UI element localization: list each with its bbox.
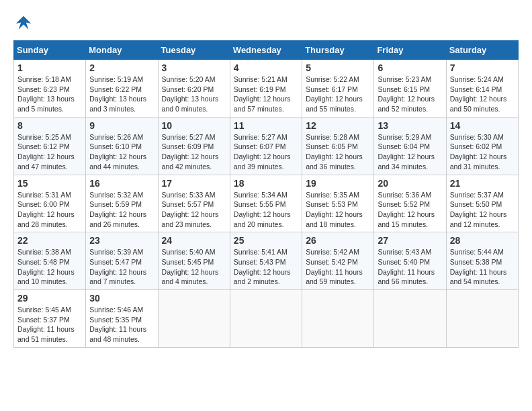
day-header-sunday: Sunday	[14, 41, 86, 60]
day-header-monday: Monday	[86, 41, 158, 60]
day-header-tuesday: Tuesday	[158, 41, 230, 60]
calendar-cell	[446, 290, 518, 348]
day-number: 19	[306, 178, 370, 189]
calendar-cell: 11Sunrise: 5:27 AM Sunset: 6:07 PM Dayli…	[230, 117, 302, 175]
day-number: 7	[450, 62, 515, 73]
calendar-cell: 19Sunrise: 5:35 AM Sunset: 5:53 PM Dayli…	[302, 175, 374, 232]
calendar-cell: 22Sunrise: 5:38 AM Sunset: 5:48 PM Dayli…	[14, 232, 86, 290]
day-number: 29	[17, 293, 82, 304]
day-number: 21	[450, 178, 515, 189]
calendar-table: SundayMondayTuesdayWednesdayThursdayFrid…	[13, 40, 519, 348]
calendar-cell: 4Sunrise: 5:21 AM Sunset: 6:19 PM Daylig…	[230, 60, 302, 118]
calendar-cell: 6Sunrise: 5:23 AM Sunset: 6:15 PM Daylig…	[374, 60, 446, 118]
day-number: 8	[17, 120, 82, 131]
calendar-cell: 7Sunrise: 5:24 AM Sunset: 6:14 PM Daylig…	[446, 60, 518, 118]
calendar-cell: 21Sunrise: 5:37 AM Sunset: 5:50 PM Dayli…	[446, 175, 518, 232]
day-number: 16	[89, 178, 154, 189]
day-info: Sunrise: 5:44 AM Sunset: 5:38 PM Dayligh…	[450, 247, 515, 287]
day-info: Sunrise: 5:30 AM Sunset: 6:02 PM Dayligh…	[450, 132, 515, 172]
calendar-cell: 2Sunrise: 5:19 AM Sunset: 6:22 PM Daylig…	[86, 60, 158, 118]
calendar-cell: 28Sunrise: 5:44 AM Sunset: 5:38 PM Dayli…	[446, 232, 518, 290]
calendar-cell: 20Sunrise: 5:36 AM Sunset: 5:52 PM Dayli…	[374, 175, 446, 232]
calendar-cell: 25Sunrise: 5:41 AM Sunset: 5:43 PM Dayli…	[230, 232, 302, 290]
calendar-cell: 15Sunrise: 5:31 AM Sunset: 6:00 PM Dayli…	[14, 175, 86, 232]
calendar-cell: 23Sunrise: 5:39 AM Sunset: 5:47 PM Dayli…	[86, 232, 158, 290]
day-info: Sunrise: 5:38 AM Sunset: 5:48 PM Dayligh…	[17, 247, 82, 287]
calendar-cell: 16Sunrise: 5:32 AM Sunset: 5:59 PM Dayli…	[86, 175, 158, 232]
day-info: Sunrise: 5:28 AM Sunset: 6:05 PM Dayligh…	[306, 132, 370, 172]
calendar-cell: 3Sunrise: 5:20 AM Sunset: 6:20 PM Daylig…	[158, 60, 230, 118]
day-header-wednesday: Wednesday	[230, 41, 302, 60]
calendar-cell: 26Sunrise: 5:42 AM Sunset: 5:42 PM Dayli…	[302, 232, 374, 290]
day-number: 14	[450, 120, 515, 131]
day-info: Sunrise: 5:32 AM Sunset: 5:59 PM Dayligh…	[89, 190, 154, 230]
day-header-saturday: Saturday	[446, 41, 518, 60]
day-number: 6	[378, 62, 442, 73]
calendar-cell: 9Sunrise: 5:26 AM Sunset: 6:10 PM Daylig…	[86, 117, 158, 175]
day-info: Sunrise: 5:18 AM Sunset: 6:23 PM Dayligh…	[17, 75, 82, 114]
day-info: Sunrise: 5:27 AM Sunset: 6:07 PM Dayligh…	[234, 132, 298, 172]
calendar-cell: 5Sunrise: 5:22 AM Sunset: 6:17 PM Daylig…	[302, 60, 374, 118]
calendar-cell: 29Sunrise: 5:45 AM Sunset: 5:37 PM Dayli…	[14, 290, 86, 348]
calendar-cell	[374, 290, 446, 348]
calendar-week-1: 1Sunrise: 5:18 AM Sunset: 6:23 PM Daylig…	[14, 60, 519, 118]
calendar-cell: 17Sunrise: 5:33 AM Sunset: 5:57 PM Dayli…	[158, 175, 230, 232]
logo	[13, 13, 36, 34]
day-number: 3	[162, 62, 226, 73]
calendar-cell: 14Sunrise: 5:30 AM Sunset: 6:02 PM Dayli…	[446, 117, 518, 175]
day-number: 10	[162, 120, 226, 131]
day-info: Sunrise: 5:19 AM Sunset: 6:22 PM Dayligh…	[89, 75, 154, 114]
day-info: Sunrise: 5:27 AM Sunset: 6:09 PM Dayligh…	[162, 132, 226, 172]
day-info: Sunrise: 5:41 AM Sunset: 5:43 PM Dayligh…	[234, 247, 298, 287]
day-number: 20	[378, 178, 442, 189]
calendar-cell: 1Sunrise: 5:18 AM Sunset: 6:23 PM Daylig…	[14, 60, 86, 118]
calendar-cell	[302, 290, 374, 348]
calendar-week-4: 22Sunrise: 5:38 AM Sunset: 5:48 PM Dayli…	[14, 232, 519, 290]
day-number: 15	[17, 178, 82, 189]
day-number: 26	[306, 235, 370, 246]
day-number: 11	[234, 120, 298, 131]
calendar-cell: 18Sunrise: 5:34 AM Sunset: 5:55 PM Dayli…	[230, 175, 302, 232]
day-info: Sunrise: 5:43 AM Sunset: 5:40 PM Dayligh…	[378, 247, 442, 287]
day-number: 12	[306, 120, 370, 131]
day-number: 17	[162, 178, 226, 189]
day-info: Sunrise: 5:31 AM Sunset: 6:00 PM Dayligh…	[17, 190, 82, 230]
day-number: 18	[234, 178, 298, 189]
day-number: 1	[17, 62, 82, 73]
day-header-friday: Friday	[374, 41, 446, 60]
day-info: Sunrise: 5:22 AM Sunset: 6:17 PM Dayligh…	[306, 75, 370, 114]
day-number: 5	[306, 62, 370, 73]
day-info: Sunrise: 5:36 AM Sunset: 5:52 PM Dayligh…	[378, 190, 442, 230]
page-header	[13, 13, 519, 34]
day-number: 13	[378, 120, 442, 131]
calendar-cell: 24Sunrise: 5:40 AM Sunset: 5:45 PM Dayli…	[158, 232, 230, 290]
day-number: 30	[89, 293, 154, 304]
day-number: 9	[89, 120, 154, 131]
svg-marker-0	[16, 16, 32, 30]
day-info: Sunrise: 5:20 AM Sunset: 6:20 PM Dayligh…	[162, 75, 226, 114]
day-info: Sunrise: 5:46 AM Sunset: 5:35 PM Dayligh…	[89, 305, 154, 345]
day-info: Sunrise: 5:33 AM Sunset: 5:57 PM Dayligh…	[162, 190, 226, 230]
day-info: Sunrise: 5:23 AM Sunset: 6:15 PM Dayligh…	[378, 75, 442, 114]
calendar-header-row: SundayMondayTuesdayWednesdayThursdayFrid…	[14, 41, 519, 60]
calendar-week-5: 29Sunrise: 5:45 AM Sunset: 5:37 PM Dayli…	[14, 290, 519, 348]
day-header-thursday: Thursday	[302, 41, 374, 60]
day-number: 4	[234, 62, 298, 73]
day-info: Sunrise: 5:35 AM Sunset: 5:53 PM Dayligh…	[306, 190, 370, 230]
calendar-week-3: 15Sunrise: 5:31 AM Sunset: 6:00 PM Dayli…	[14, 175, 519, 232]
calendar-cell: 13Sunrise: 5:29 AM Sunset: 6:04 PM Dayli…	[374, 117, 446, 175]
logo-icon	[13, 13, 34, 34]
day-number: 27	[378, 235, 442, 246]
calendar-cell	[158, 290, 230, 348]
day-info: Sunrise: 5:26 AM Sunset: 6:10 PM Dayligh…	[89, 132, 154, 172]
day-info: Sunrise: 5:39 AM Sunset: 5:47 PM Dayligh…	[89, 247, 154, 287]
day-info: Sunrise: 5:24 AM Sunset: 6:14 PM Dayligh…	[450, 75, 515, 114]
day-number: 22	[17, 235, 82, 246]
day-info: Sunrise: 5:45 AM Sunset: 5:37 PM Dayligh…	[17, 305, 82, 345]
day-number: 24	[162, 235, 226, 246]
calendar-cell: 8Sunrise: 5:25 AM Sunset: 6:12 PM Daylig…	[14, 117, 86, 175]
day-info: Sunrise: 5:37 AM Sunset: 5:50 PM Dayligh…	[450, 190, 515, 230]
day-number: 2	[89, 62, 154, 73]
calendar-cell	[230, 290, 302, 348]
calendar-cell: 10Sunrise: 5:27 AM Sunset: 6:09 PM Dayli…	[158, 117, 230, 175]
